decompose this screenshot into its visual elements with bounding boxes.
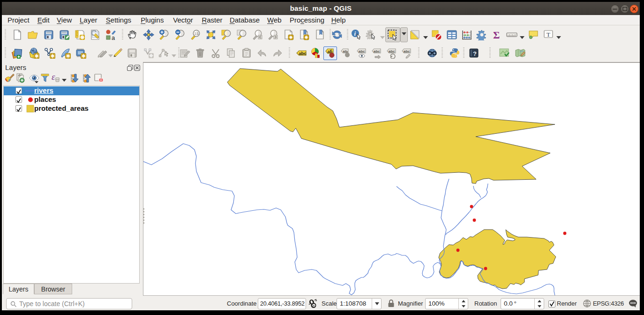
svg-text:abc: abc bbox=[299, 51, 306, 56]
svg-text:abc: abc bbox=[359, 49, 365, 54]
svg-text:abc: abc bbox=[404, 49, 410, 54]
svg-text:i: i bbox=[354, 30, 356, 37]
svg-text:?: ? bbox=[473, 50, 477, 57]
svg-text:1:1: 1:1 bbox=[195, 32, 199, 35]
svg-text:ε: ε bbox=[52, 73, 55, 82]
svg-text:abc: abc bbox=[389, 49, 395, 54]
svg-text:a: a bbox=[112, 34, 115, 40]
svg-text:abc: abc bbox=[374, 49, 380, 54]
svg-text:T: T bbox=[547, 31, 550, 38]
svg-text:ab: ab bbox=[343, 49, 347, 54]
svg-text:Σ: Σ bbox=[493, 29, 500, 40]
